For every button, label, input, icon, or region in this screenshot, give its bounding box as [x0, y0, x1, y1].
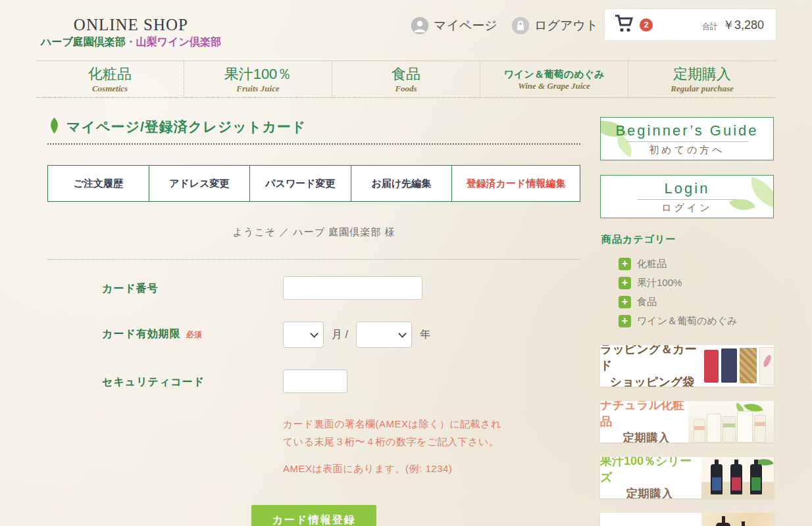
security-code-help: カード裏面の署名欄(AMEXは除く）に記載され ている末尾３桁〜４桁の数字をご記…	[283, 415, 580, 450]
category-label: 食品	[637, 296, 657, 308]
cart-summary[interactable]: 2 合計 ￥3,280	[604, 9, 776, 41]
tab-label: 登録済カード情報編集	[467, 178, 566, 190]
tab-label: ご注文履歴	[74, 178, 123, 190]
mypage-link[interactable]: マイページ	[411, 17, 497, 34]
logo-subtitle-green: ハーブ庭園倶楽部	[41, 36, 126, 47]
nav-label: 食品	[392, 66, 420, 82]
tab-address-change[interactable]: アドレス変更	[149, 166, 250, 201]
leaf-icon	[49, 117, 60, 137]
banner-line2: 定期購入	[626, 486, 673, 498]
nav-sublabel: Foods	[395, 84, 417, 94]
logo-subtitle-purple: ・山梨ワイン倶楽部	[126, 36, 221, 47]
banner-juice-series[interactable]: 果汁100％シリーズ 定期購入	[600, 457, 774, 498]
category-item-foods[interactable]: 食品	[600, 293, 774, 312]
juice-bottles-image	[701, 457, 774, 498]
category-list: 化粧品 果汁100% 食品 ワイン＆葡萄のめぐみ	[600, 254, 774, 331]
logout-link[interactable]: ログアウト	[512, 17, 598, 34]
category-label: ワイン＆葡萄のめぐみ	[637, 315, 737, 327]
wine-bottles-image	[701, 513, 774, 526]
category-heading: 商品カテゴリー	[601, 233, 774, 246]
banner-grape-blessing[interactable]: 葡萄のめぐみ	[600, 513, 774, 526]
gift-boxes-image	[701, 345, 774, 387]
banner-natural-cosmetics[interactable]: ナチュラル化粧品 定期購入	[600, 401, 774, 442]
login-banner[interactable]: Login ログイン	[600, 175, 774, 218]
tab-order-history[interactable]: ご注文履歴	[48, 166, 149, 201]
tab-shipping-edit[interactable]: お届け先編集	[351, 166, 452, 201]
month-unit-label: 月 /	[332, 328, 348, 342]
tab-label: お届け先編集	[372, 178, 432, 190]
tab-label: アドレス変更	[169, 178, 229, 190]
nav-sublabel: Regular purchase	[671, 84, 734, 94]
nav-item-regular-purchase[interactable]: 定期購入 Regular purchase	[628, 61, 776, 97]
card-number-input[interactable]	[283, 276, 422, 300]
main-content: マイページ/登録済クレジットカード ご注文履歴 アドレス変更 パスワード変更 お…	[47, 112, 580, 526]
security-code-label: セキュリティコード	[102, 370, 283, 389]
nav-item-cosmetics[interactable]: 化粧品 Cosmetics	[36, 61, 184, 97]
nav-item-foods[interactable]: 食品 Foods	[332, 61, 480, 97]
card-number-row: カード番号	[47, 276, 580, 300]
plus-icon	[619, 258, 631, 270]
card-expiry-label: カード有効期限必須	[102, 322, 283, 341]
login-title: Login	[601, 180, 773, 197]
security-code-row: セキュリティコード	[47, 370, 580, 393]
nav-label: 定期購入	[673, 66, 731, 82]
banner-line1: 果汁100％シリーズ	[600, 457, 699, 486]
login-subtitle: ログイン	[601, 202, 773, 214]
nav-sublabel: Fruits Juice	[236, 84, 279, 94]
card-expiry-label-text: カード有効期限	[102, 328, 181, 339]
security-code-input[interactable]	[283, 370, 347, 393]
card-expiry-row: カード有効期限必須 月 / 年	[47, 322, 580, 348]
divider-line	[626, 141, 748, 142]
page: ONLINE SHOP ハーブ庭園倶楽部・山梨ワイン倶楽部 マイページ ログアウ…	[0, 0, 812, 526]
cart-total: 合計 ￥3,280	[702, 17, 764, 33]
register-card-button[interactable]: カード情報登録	[251, 505, 376, 526]
nav-item-wine-grape[interactable]: ワイン＆葡萄のめぐみ Wine & Grape Juice	[480, 61, 628, 97]
expiry-month-select-wrap	[283, 322, 324, 348]
cosmetics-image	[688, 401, 774, 442]
nav-label: 化粧品	[88, 66, 132, 82]
expiry-year-select[interactable]	[356, 322, 412, 348]
beginners-guide-title: Beginner’s Guide	[601, 122, 773, 139]
logo-title: ONLINE SHOP	[41, 16, 221, 34]
beginners-guide-banner[interactable]: Beginner’s Guide 初めての方へ	[600, 117, 774, 160]
cart-count-badge: 2	[640, 18, 653, 32]
cart-icon	[615, 14, 634, 36]
category-item-wine-grape[interactable]: ワイン＆葡萄のめぐみ	[600, 312, 774, 331]
user-icon	[411, 17, 428, 34]
banner-line1: ナチュラル化粧品	[600, 401, 692, 430]
nav-sublabel: Wine & Grape Juice	[518, 81, 590, 91]
mypage-label: マイページ	[434, 17, 497, 34]
help-line3: AMEXは表面にあります。(例: 1234)	[283, 460, 580, 477]
nav-item-fruits-juice[interactable]: 果汁100％ Fruits Juice	[184, 61, 332, 97]
tab-password-change[interactable]: パスワード変更	[249, 166, 351, 201]
welcome-message: ようこそ ／ ハーブ 庭園倶楽部 様	[47, 226, 580, 239]
nav-label: ワイン＆葡萄のめぐみ	[504, 69, 604, 80]
cart-total-label: 合計	[702, 21, 718, 32]
category-item-cosmetics[interactable]: 化粧品	[600, 254, 774, 274]
plus-icon	[619, 315, 631, 327]
nav-label: 果汁100％	[224, 66, 292, 82]
required-badge: 必須	[186, 330, 202, 339]
page-title: マイページ/登録済クレジットカード	[47, 112, 580, 145]
category-label: 化粧品	[637, 258, 667, 270]
beginners-guide-subtitle: 初めての方へ	[601, 144, 773, 156]
expiry-year-select-wrap	[356, 322, 412, 348]
tab-registered-card-edit[interactable]: 登録済カード情報編集	[451, 166, 580, 201]
help-line1: カード裏面の署名欄(AMEXは除く）に記載され	[283, 415, 580, 433]
mypage-tabs: ご注文履歴 アドレス変更 パスワード変更 お届け先編集 登録済カード情報編集	[47, 165, 580, 202]
logout-label: ログアウト	[534, 17, 598, 34]
help-line2: ている末尾３桁〜４桁の数字をご記入下さい。	[283, 433, 580, 450]
plus-icon	[619, 277, 631, 289]
security-code-help-amex: AMEXは表面にあります。(例: 1234)	[283, 460, 580, 477]
divider-line	[638, 199, 736, 200]
cart-total-value: ￥3,280	[723, 17, 764, 33]
lock-icon	[512, 17, 529, 34]
shop-logo[interactable]: ONLINE SHOP ハーブ庭園倶楽部・山梨ワイン倶楽部	[41, 16, 221, 49]
expiry-month-select[interactable]	[283, 322, 324, 348]
main-nav: 化粧品 Cosmetics 果汁100％ Fruits Juice 食品 Foo…	[36, 60, 776, 98]
section-divider	[47, 259, 580, 260]
banner-wrapping-card[interactable]: ラッピング＆カード ショッピング袋	[600, 345, 774, 387]
category-label: 果汁100%	[637, 277, 682, 289]
category-item-fruits-juice[interactable]: 果汁100%	[600, 274, 774, 293]
sidebar: Beginner’s Guide 初めての方へ Login ログイン 商品カテゴ…	[600, 117, 774, 526]
